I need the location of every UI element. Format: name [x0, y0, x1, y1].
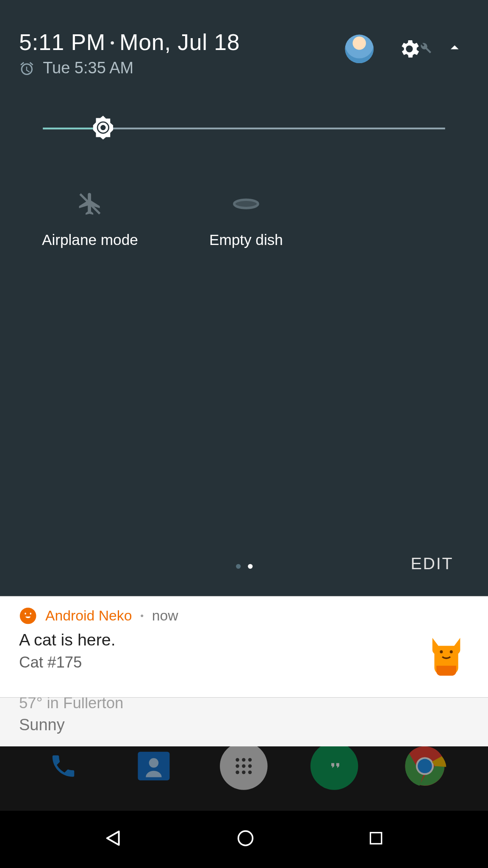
- chrome-app-icon[interactable]: [401, 742, 449, 790]
- svg-point-18: [234, 200, 258, 208]
- clock-date: Mon, Jul 18: [119, 30, 240, 55]
- settings-button[interactable]: [395, 35, 424, 64]
- svg-point-10: [249, 771, 252, 774]
- alarm-icon: [19, 61, 35, 76]
- svg-point-3: [242, 758, 246, 761]
- contacts-app-icon[interactable]: [130, 742, 177, 790]
- svg-rect-23: [370, 833, 381, 844]
- notification-subtitle: Cat #175: [19, 654, 471, 672]
- hangouts-app-icon[interactable]: [311, 742, 358, 790]
- svg-point-22: [238, 831, 253, 846]
- separator-dot: •: [110, 36, 115, 49]
- svg-point-2: [236, 758, 239, 761]
- slider-thumb[interactable]: [89, 113, 118, 142]
- notification-app-name: Android Neko: [45, 607, 132, 624]
- back-button[interactable]: [104, 828, 124, 851]
- svg-point-4: [249, 758, 252, 761]
- page-indicator[interactable]: [236, 564, 252, 569]
- panel-footer: EDIT: [0, 564, 488, 569]
- app-drawer-icon[interactable]: [220, 742, 268, 790]
- svg-point-19: [20, 608, 36, 624]
- notification-card-weather[interactable]: 57° in Fullerton Sunny: [0, 698, 488, 746]
- dish-icon: [232, 189, 261, 218]
- airplane-mode-tile[interactable]: Airplane mode: [12, 189, 168, 248]
- weather-condition: Sunny: [19, 716, 471, 734]
- svg-point-20: [440, 650, 443, 653]
- panel-header: 5:11 PM • Mon, Jul 18 Tue 5:35 AM: [0, 0, 488, 78]
- weather-temp-line: 57° in Fullerton: [19, 698, 471, 712]
- time-block[interactable]: 5:11 PM • Mon, Jul 18 Tue 5:35 AM: [19, 30, 240, 78]
- airplane-off-icon: [76, 189, 105, 218]
- svg-point-8: [236, 771, 239, 774]
- svg-point-21: [450, 650, 453, 653]
- wrench-icon: [418, 41, 432, 55]
- phone-app-icon[interactable]: [39, 742, 87, 790]
- quick-settings-panel: 5:11 PM • Mon, Jul 18 Tue 5:35 AM: [0, 0, 488, 596]
- alarm-time: Tue 5:35 AM: [43, 59, 133, 78]
- navigation-bar: [0, 811, 488, 868]
- notification-card-neko[interactable]: Android Neko • now A cat is here. Cat #1…: [0, 596, 488, 698]
- brightness-slider[interactable]: [43, 110, 445, 148]
- svg-point-1: [149, 758, 158, 768]
- chevron-up-icon: [445, 38, 464, 57]
- recents-button[interactable]: [368, 830, 384, 849]
- collapse-button[interactable]: [445, 38, 464, 60]
- neko-app-icon: [19, 607, 37, 625]
- notification-time: now: [152, 607, 178, 624]
- svg-point-13: [418, 759, 432, 773]
- brightness-icon: [89, 113, 118, 142]
- svg-point-7: [249, 764, 252, 768]
- page-dot-0: [236, 564, 240, 569]
- notification-list: Android Neko • now A cat is here. Cat #1…: [0, 596, 488, 746]
- home-button[interactable]: [236, 829, 255, 850]
- tile-label: Airplane mode: [42, 231, 138, 249]
- back-icon: [104, 828, 124, 849]
- user-avatar[interactable]: [345, 35, 374, 64]
- notification-title: A cat is here.: [19, 631, 471, 650]
- quick-tiles-row: Airplane mode Empty dish: [0, 148, 488, 249]
- edit-button[interactable]: EDIT: [410, 554, 453, 573]
- clock-time: 5:11 PM: [19, 30, 105, 55]
- neko-cat-icon: [422, 632, 470, 680]
- empty-dish-tile[interactable]: Empty dish: [168, 189, 324, 248]
- separator-dot: •: [140, 610, 144, 621]
- svg-point-9: [242, 771, 246, 774]
- svg-point-5: [236, 764, 239, 768]
- svg-point-6: [242, 764, 246, 768]
- recents-icon: [368, 830, 384, 846]
- home-icon: [236, 829, 255, 848]
- tile-label: Empty dish: [209, 231, 283, 249]
- page-dot-1: [247, 564, 252, 569]
